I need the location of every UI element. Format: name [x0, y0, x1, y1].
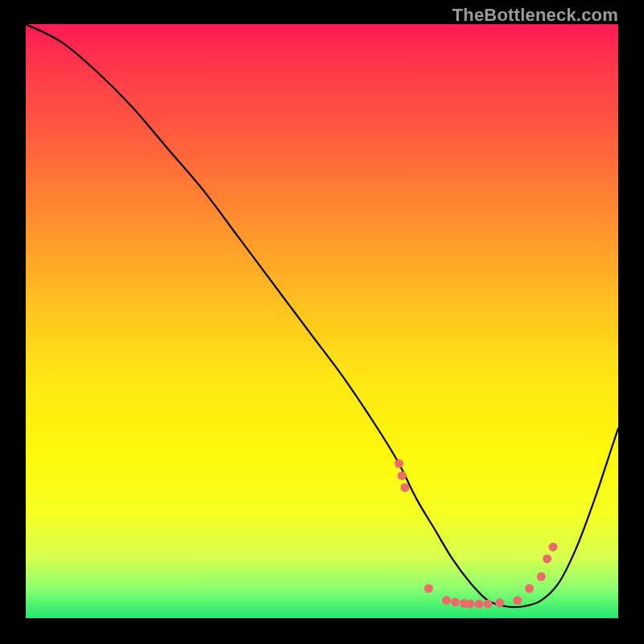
marker-dot — [495, 598, 504, 607]
chart-container: TheBottleneck.com — [0, 0, 644, 644]
marker-dot — [484, 600, 493, 609]
marker-dot — [394, 460, 403, 469]
marker-dots — [394, 460, 557, 609]
chart-plot-area — [26, 24, 618, 618]
marker-dot — [466, 600, 475, 609]
marker-dot — [525, 584, 534, 593]
marker-dot — [451, 598, 460, 607]
marker-dot — [513, 596, 522, 605]
marker-dot — [424, 584, 433, 593]
marker-dot — [401, 483, 410, 492]
marker-dot — [537, 572, 546, 581]
watermark-text: TheBottleneck.com — [452, 5, 618, 26]
marker-dot — [549, 543, 558, 551]
marker-dot — [475, 600, 484, 609]
curve-line — [26, 24, 618, 607]
marker-dot — [442, 596, 451, 605]
chart-svg — [26, 24, 618, 618]
marker-dot — [543, 555, 551, 564]
marker-dot — [398, 471, 407, 480]
